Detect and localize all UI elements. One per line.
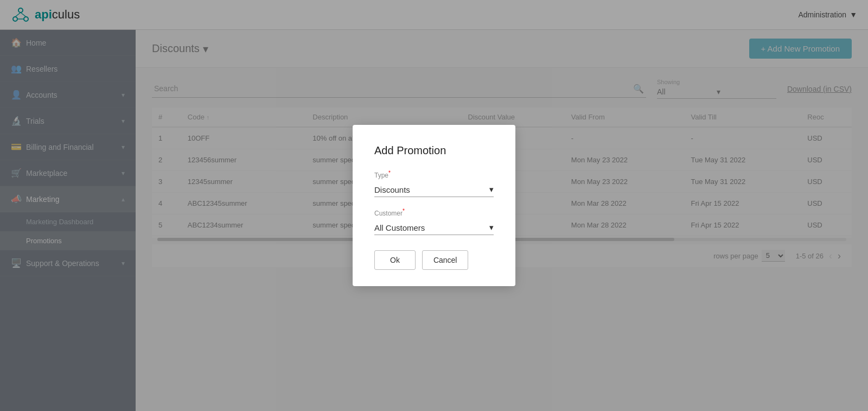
ok-button[interactable]: Ok — [374, 250, 416, 270]
cancel-button[interactable]: Cancel — [422, 250, 469, 270]
modal-customer-field: Customer* All Customers ▾ — [374, 208, 494, 235]
add-promotion-modal: Add Promotion Type* Discounts ▾ Customer… — [353, 125, 515, 286]
modal-overlay: Add Promotion Type* Discounts ▾ Customer… — [0, 0, 868, 411]
modal-type-label: Type* — [374, 170, 494, 179]
modal-actions: Ok Cancel — [374, 250, 494, 270]
modal-title: Add Promotion — [374, 144, 494, 157]
modal-customer-chevron-icon: ▾ — [489, 223, 494, 232]
modal-type-chevron-icon: ▾ — [489, 185, 494, 194]
modal-type-select[interactable]: Discounts ▾ — [374, 182, 494, 197]
modal-type-field: Type* Discounts ▾ — [374, 170, 494, 197]
modal-type-value: Discounts — [374, 185, 410, 194]
modal-customer-label: Customer* — [374, 208, 494, 217]
modal-customer-value: All Customers — [374, 223, 425, 232]
modal-customer-select[interactable]: All Customers ▾ — [374, 220, 494, 235]
